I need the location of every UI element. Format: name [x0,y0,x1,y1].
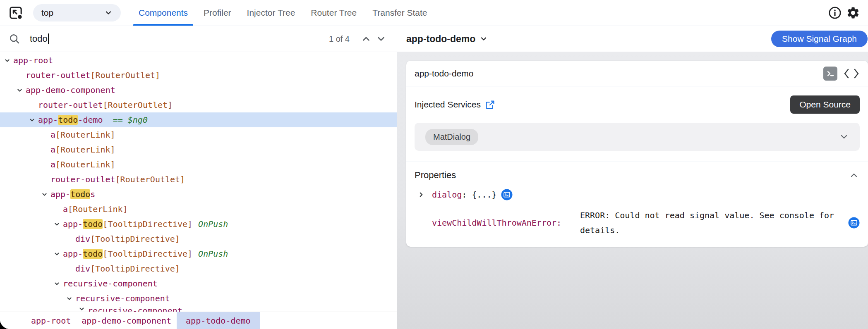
tree-row[interactable]: app-todos [0,187,397,202]
injected-services-section: Injected Services Open Source [406,86,868,117]
tree-row[interactable]: app-root [0,53,397,68]
tree-row[interactable]: div[TooltipDirective] [0,231,397,246]
tree-row[interactable]: router-outlet[RouterOutlet] [0,172,397,187]
tab-profiler[interactable]: Profiler [196,0,239,26]
breadcrumb-item[interactable]: app-todo-demo [177,312,260,329]
property-key: viewChildWillThrowAnError: [432,218,579,228]
change-detection-badge: OnPush [198,219,228,229]
element-name: recursive-component [88,306,182,312]
open-in-new-icon[interactable] [485,100,495,110]
console-reference: == [103,115,128,125]
details-body: app-todo-demo [397,52,868,329]
element-name: s [90,189,95,199]
tree-row[interactable]: app-demo-component [0,83,397,98]
breadcrumb-item[interactable]: app-demo-component [76,312,177,329]
service-chip-list: MatDialog [425,129,478,145]
search-input[interactable]: todo [30,33,329,44]
selected-component-dropdown[interactable]: app-todo-demo [406,33,488,45]
directive-name: [TooltipDirective] [103,219,192,229]
expand-caret-icon[interactable] [17,87,26,93]
chevron-down-icon[interactable] [839,132,849,142]
expand-caret-icon[interactable] [54,251,63,257]
service-chip[interactable]: MatDialog [425,129,478,145]
tab-injector-tree[interactable]: Injector Tree [239,0,303,26]
tab-router-tree[interactable]: Router Tree [303,0,364,26]
selected-component-name: app-todo-demo [406,33,475,45]
directive-name: [RouterOutlet] [115,174,185,184]
show-signal-graph-button[interactable]: Show Signal Graph [771,31,868,47]
tree-row[interactable]: router-outlet[RouterOutlet] [0,98,397,112]
expand-caret-icon[interactable] [418,191,432,198]
tree-row[interactable]: recursive-component [0,276,397,291]
property-row: dialog: {...} [418,189,860,200]
element-name: app- [63,249,83,259]
expand-caret-icon[interactable] [79,306,88,312]
tree-row[interactable]: app-todo-demo == $ng0 [0,112,397,127]
tree-row[interactable]: recursive-component [0,291,397,306]
element-name: recursive-component [75,293,170,303]
tree-row[interactable]: app-todo[TooltipDirective]OnPush [0,217,397,231]
tree-row[interactable]: router-outlet[RouterOutlet] [0,68,397,83]
info-icon[interactable] [826,4,844,22]
element-name: div [75,234,90,244]
expand-caret-icon[interactable] [54,221,63,227]
angular-devtools-window: top ComponentsProfilerInjector TreeRoute… [0,0,868,329]
toolbar-divider [819,5,819,20]
console-reference: $ng0 [128,115,148,125]
search-next-button[interactable] [374,31,388,46]
frame-selector-dropdown[interactable]: top [33,4,121,21]
injected-services-label: Injected Services [415,100,481,110]
directive-name: [RouterLink] [55,130,115,140]
log-to-console-icon[interactable] [501,189,513,200]
top-toolbar: top ComponentsProfilerInjector TreeRoute… [0,0,868,26]
expand-caret-icon[interactable] [4,57,13,64]
tree-row[interactable]: app-todo[TooltipDirective]OnPush [0,246,397,261]
tree-row[interactable]: a[RouterLink] [0,142,397,157]
terminal-icon[interactable] [823,67,837,81]
properties-header: Properties [406,162,868,186]
chevron-up-icon[interactable] [849,170,859,180]
tab-transfer-state[interactable]: Transfer State [364,0,435,26]
log-to-console-icon[interactable] [848,217,860,229]
card-header: app-todo-demo [406,61,868,86]
settings-gear-icon[interactable] [844,4,862,22]
tree-row[interactable]: a[RouterLink] [0,202,397,217]
change-detection-badge: OnPush [198,249,228,259]
tree-row[interactable]: recursive-component [0,306,397,312]
search-match-highlight: todo [70,189,90,199]
property-key: dialog [432,190,462,200]
tab-components[interactable]: Components [131,0,196,26]
search-result-count: 1 of 4 [329,34,350,44]
tree-row[interactable]: a[RouterLink] [0,157,397,172]
directive-name: [RouterLink] [55,160,115,169]
expand-caret-icon[interactable] [66,296,75,302]
details-header: app-todo-demo Show Signal Graph [397,26,868,52]
open-source-button[interactable]: Open Source [790,95,860,114]
component-tree: app-rootrouter-outlet[RouterOutlet]app-d… [0,52,397,312]
expand-caret-icon[interactable] [29,117,38,123]
directive-name: [RouterOutlet] [91,70,161,80]
tree-row[interactable]: a[RouterLink] [0,127,397,142]
element-name: app- [50,189,70,199]
tree-row[interactable]: div[TooltipDirective] [0,261,397,276]
expand-caret-icon[interactable] [41,191,50,198]
element-name: recursive-component [63,279,158,288]
breadcrumb-item[interactable]: app-root [26,312,76,329]
element-name: a [50,145,55,155]
search-input-value: todo [30,33,48,44]
element-name: router-outlet [26,70,91,80]
element-name: a [63,204,68,214]
inspect-element-icon[interactable] [7,5,24,21]
directive-name: [RouterLink] [68,204,128,214]
directive-name: [TooltipDirective] [103,249,192,259]
chevron-down-icon [104,9,113,17]
element-name: a [50,130,55,140]
expand-caret-icon[interactable] [54,281,63,287]
element-name: div [75,264,90,274]
code-icon[interactable] [843,67,860,81]
property-row: viewChildWillThrowAnError:ERROR: Could n… [418,208,860,238]
element-name: router-outlet [38,100,103,110]
main-split: todo 1 of 4 app-rootrouter-outlet[Router… [0,26,868,329]
search-previous-button[interactable] [359,31,374,46]
properties-label: Properties [415,170,456,181]
